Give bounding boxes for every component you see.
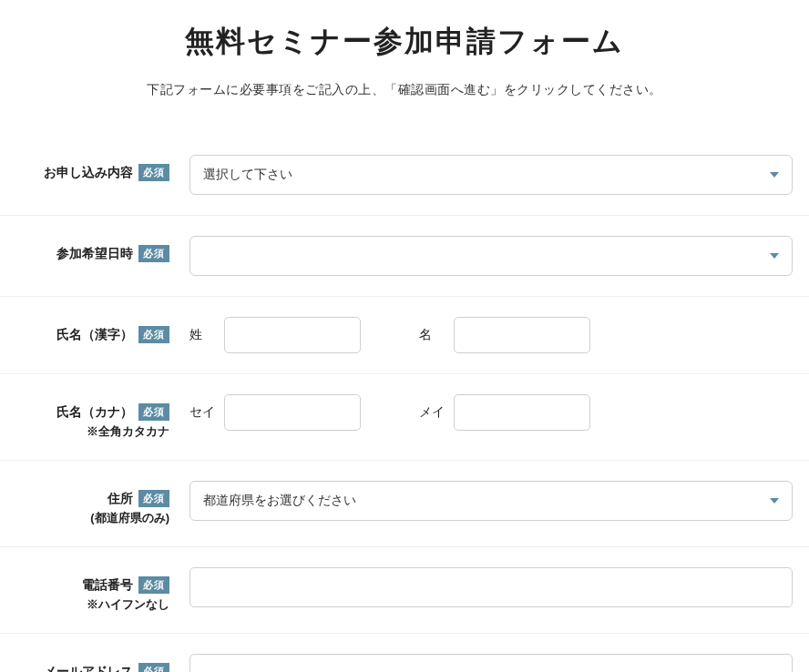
chevron-down-icon bbox=[770, 172, 779, 178]
row-name-kanji: 氏名（漢字） 必須 姓 名 bbox=[0, 297, 809, 374]
required-badge: 必須 bbox=[138, 326, 169, 343]
page-title: 無料セミナー参加申請フォーム bbox=[0, 22, 809, 62]
required-badge: 必須 bbox=[138, 663, 169, 672]
first-name-prefix: 名 bbox=[419, 327, 445, 343]
label-application: お申し込み内容 必須 bbox=[0, 155, 182, 181]
instruction-text: 下記フォームに必要事項をご記入の上、「確認画面へ進む」をクリックしてください。 bbox=[0, 82, 809, 98]
application-select[interactable]: 選択して下さい bbox=[189, 155, 793, 195]
last-name-kana-prefix: セイ bbox=[189, 404, 215, 421]
required-badge: 必須 bbox=[138, 403, 169, 421]
label-name-kanji-text: 氏名（漢字） bbox=[56, 327, 133, 343]
label-address-sub: (都道府県のみ) bbox=[90, 510, 169, 526]
email-input[interactable] bbox=[189, 654, 793, 672]
first-name-kana-prefix: メイ bbox=[419, 404, 445, 421]
label-email: メールアドレス 必須 bbox=[0, 654, 182, 672]
label-name-kana-sub: ※全角カタカナ bbox=[87, 423, 169, 440]
required-badge: 必須 bbox=[138, 490, 169, 507]
row-phone: 電話番号 必須 ※ハイフンなし bbox=[0, 547, 809, 634]
label-name-kanji: 氏名（漢字） 必須 bbox=[0, 317, 182, 343]
required-badge: 必須 bbox=[138, 245, 169, 262]
label-address: 住所 必須 (都道府県のみ) bbox=[0, 481, 182, 526]
last-name-kana-input[interactable] bbox=[224, 394, 361, 431]
required-badge: 必須 bbox=[138, 164, 169, 181]
row-application: お申し込み内容 必須 選択して下さい bbox=[0, 135, 809, 216]
row-email: メールアドレス 必須 ※半角英数字記号のみ bbox=[0, 634, 809, 672]
row-address: 住所 必須 (都道府県のみ) 都道府県をお選びください bbox=[0, 461, 809, 547]
preferred-date-select[interactable] bbox=[189, 236, 793, 276]
last-name-prefix: 姓 bbox=[189, 327, 215, 343]
label-name-kana: 氏名（カナ） 必須 ※全角カタカナ bbox=[0, 394, 182, 440]
first-name-kana-input[interactable] bbox=[454, 394, 590, 431]
label-phone: 電話番号 必須 ※ハイフンなし bbox=[0, 567, 182, 613]
row-name-kana: 氏名（カナ） 必須 ※全角カタカナ セイ メイ bbox=[0, 374, 809, 461]
address-select-value: 都道府県をお選びください bbox=[203, 493, 356, 509]
label-email-text: メールアドレス bbox=[44, 664, 133, 673]
label-application-text: お申し込み内容 bbox=[44, 165, 133, 181]
last-name-kanji-input[interactable] bbox=[224, 317, 361, 353]
label-preferred-date-text: 参加希望日時 bbox=[56, 246, 133, 262]
label-name-kana-text: 氏名（カナ） bbox=[56, 404, 133, 421]
first-name-kanji-input[interactable] bbox=[454, 317, 590, 353]
application-select-value: 選択して下さい bbox=[203, 167, 292, 183]
label-preferred-date: 参加希望日時 必須 bbox=[0, 236, 182, 262]
chevron-down-icon bbox=[770, 498, 779, 504]
row-preferred-date: 参加希望日時 必須 bbox=[0, 216, 809, 297]
phone-input[interactable] bbox=[189, 567, 793, 607]
chevron-down-icon bbox=[770, 253, 779, 259]
address-select[interactable]: 都道府県をお選びください bbox=[189, 481, 793, 521]
label-phone-sub: ※ハイフンなし bbox=[87, 596, 169, 613]
label-phone-text: 電話番号 bbox=[82, 577, 133, 594]
label-address-text: 住所 bbox=[108, 491, 133, 507]
required-badge: 必須 bbox=[138, 576, 169, 594]
